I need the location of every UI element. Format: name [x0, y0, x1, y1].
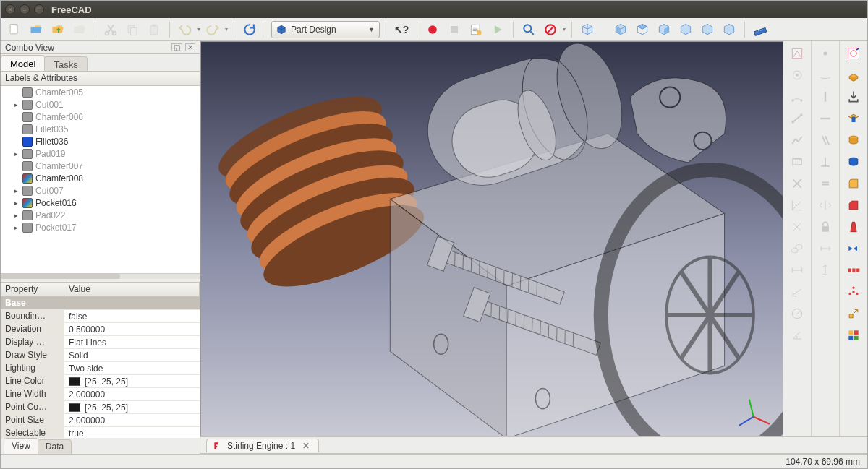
pocket-button[interactable] — [844, 109, 863, 128]
view-iso-button[interactable] — [578, 20, 597, 39]
tab-view[interactable]: View — [4, 438, 38, 454]
tree-item[interactable]: ▸Cut007 — [1, 184, 200, 197]
property-value[interactable]: false — [64, 310, 200, 323]
window-maximize-button[interactable]: ▢ — [34, 4, 44, 14]
window-minimize-button[interactable]: – — [20, 4, 30, 14]
tree-item[interactable]: ▸Pad022 — [1, 209, 200, 221]
pad-button[interactable] — [844, 66, 863, 85]
panel-detach-button[interactable]: ◱ — [171, 43, 182, 51]
export-button[interactable] — [844, 87, 863, 106]
constr-point-button[interactable] — [816, 44, 835, 63]
property-value[interactable]: 0.500000 — [64, 323, 200, 336]
property-value[interactable]: true — [64, 427, 200, 438]
tab-model[interactable]: Model — [1, 55, 45, 71]
constr-vertical-button[interactable] — [816, 87, 835, 106]
property-value[interactable]: Solid — [64, 349, 200, 362]
macro-list-button[interactable] — [467, 20, 485, 39]
property-value[interactable]: 2.000000 — [64, 414, 200, 427]
property-row[interactable]: Point Size2.000000 — [1, 414, 200, 427]
view-front-button[interactable] — [611, 20, 630, 39]
property-grid[interactable]: BaseBoundin…falseDeviation0.500000Displa… — [1, 297, 200, 438]
tab-data[interactable]: Data — [38, 439, 72, 454]
constr-perp-button[interactable] — [816, 152, 835, 171]
dimension-d-button[interactable] — [788, 283, 807, 301]
dimension-v2-button[interactable] — [816, 261, 835, 280]
tree-item[interactable]: Fillet035 — [1, 123, 200, 135]
view-right-button[interactable] — [655, 20, 673, 39]
sketch-create-button[interactable] — [844, 44, 863, 63]
macro-run-button[interactable] — [488, 20, 507, 39]
draft-button[interactable] — [844, 218, 863, 236]
window-close-button[interactable]: ✕ — [5, 4, 15, 14]
property-row[interactable]: Point Co… [25, 25, 25] — [1, 401, 200, 414]
redo-button[interactable] — [203, 20, 222, 39]
property-row[interactable]: Draw StyleSolid — [1, 349, 200, 362]
multi-transform-button[interactable] — [844, 326, 863, 345]
constr-lock-button[interactable] — [816, 218, 835, 236]
sketch-rect-button[interactable] — [788, 152, 807, 171]
sketch-axis-button[interactable] — [788, 196, 807, 215]
tree-item[interactable]: ▸Pocket016 — [1, 197, 200, 209]
property-row[interactable]: Deviation0.500000 — [1, 323, 200, 336]
polar-pattern-button[interactable] — [844, 283, 863, 301]
scale-button[interactable] — [844, 304, 863, 323]
tree-expand-icon[interactable]: ▸ — [12, 212, 20, 219]
dimension-hv-button[interactable] — [816, 239, 835, 258]
view-top-button[interactable] — [633, 20, 652, 39]
sketch-circle-button[interactable] — [788, 66, 807, 85]
property-value[interactable]: [25, 25, 25] — [64, 401, 200, 414]
whatsthis-button[interactable]: ↖? — [392, 20, 411, 39]
document-tab[interactable]: Stirling Engine : 1 ✕ — [206, 439, 319, 452]
fillet-button[interactable] — [844, 174, 863, 193]
property-row[interactable]: Selectabletrue — [1, 427, 200, 438]
model-tree[interactable]: Chamfer005▸Cut001Chamfer006Fillet035Fill… — [1, 86, 200, 273]
view-no-button[interactable] — [541, 20, 560, 39]
dimension-r-button[interactable] — [788, 304, 807, 323]
property-row[interactable]: Line Color [25, 25, 25] — [1, 375, 200, 388]
workbench-selector[interactable]: Part Design ▼ — [271, 21, 380, 38]
tree-item[interactable]: ▸Pad019 — [1, 147, 200, 160]
constr-symmetric-button[interactable] — [816, 196, 835, 215]
undo-button[interactable] — [176, 20, 195, 39]
tree-expand-icon[interactable]: ▸ — [12, 101, 20, 108]
paste-button[interactable] — [145, 20, 163, 39]
new-file-button[interactable] — [5, 20, 24, 39]
tree-expand-icon[interactable]: ▸ — [12, 224, 20, 231]
tab-tasks[interactable]: Tasks — [44, 56, 87, 71]
tree-item[interactable]: Chamfer006 — [1, 111, 200, 123]
view-rear-button[interactable] — [676, 20, 695, 39]
property-row[interactable]: Boundin…false — [1, 310, 200, 323]
property-value[interactable]: [25, 25, 25] — [64, 375, 200, 388]
copy-button[interactable] — [123, 20, 142, 39]
sketch-new-button[interactable] — [788, 44, 807, 63]
view-fit-button[interactable] — [519, 20, 538, 39]
tree-item[interactable]: ▸Pocket017 — [1, 221, 200, 233]
revolve-button[interactable] — [844, 131, 863, 150]
property-value[interactable]: Flat Lines — [64, 336, 200, 349]
constr-horizontal-button[interactable] — [816, 109, 835, 128]
measure-button[interactable] — [751, 20, 770, 39]
property-value[interactable]: 2.000000 — [64, 388, 200, 401]
constr-parallel-button[interactable] — [816, 131, 835, 150]
saveas-button[interactable] — [70, 20, 89, 39]
tree-h-scrollbar[interactable] — [1, 273, 200, 279]
open-file-button[interactable] — [27, 20, 46, 39]
3d-viewport[interactable] — [200, 41, 783, 436]
tree-item[interactable]: ▸Cut001 — [1, 98, 200, 111]
chamfer-button[interactable] — [844, 196, 863, 215]
tree-expand-icon[interactable]: ▸ — [12, 150, 20, 158]
property-row[interactable]: Line Width2.000000 — [1, 388, 200, 401]
tree-expand-icon[interactable]: ▸ — [12, 187, 20, 194]
document-tab-close[interactable]: ✕ — [299, 441, 312, 451]
macro-stop-button[interactable] — [445, 20, 464, 39]
property-row[interactable]: LightingTwo side — [1, 362, 200, 375]
tree-item[interactable]: Fillet036 — [1, 135, 200, 147]
groove-button[interactable] — [844, 152, 863, 171]
tree-item[interactable]: Chamfer007 — [1, 160, 200, 172]
dimension-a-button[interactable] — [788, 326, 807, 345]
view-left-button[interactable] — [720, 20, 739, 39]
property-row[interactable]: Display …Flat Lines — [1, 336, 200, 349]
panel-close-button[interactable]: ✕ — [185, 43, 195, 51]
linear-pattern-button[interactable] — [844, 261, 863, 280]
property-value[interactable]: Two side — [64, 362, 200, 375]
